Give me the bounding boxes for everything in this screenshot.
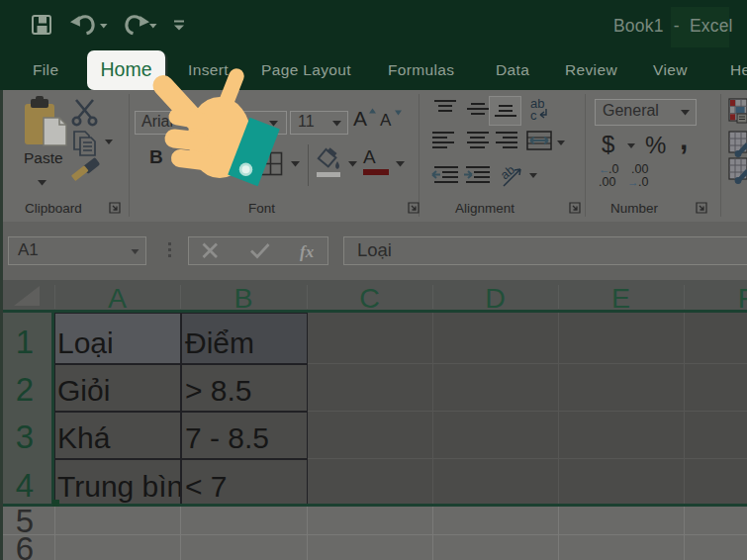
svg-text:.00: .00 (599, 175, 615, 189)
svg-text:c: c (530, 108, 537, 123)
svg-text:.0: .0 (638, 175, 648, 189)
svg-text:ab: ab (498, 163, 517, 183)
svg-text:fx: fx (300, 242, 315, 261)
svg-text:Paste: Paste (24, 149, 63, 166)
svg-text:→: → (627, 176, 639, 188)
svg-text:.0: .0 (608, 162, 618, 176)
svg-text:.00: .00 (631, 162, 648, 176)
